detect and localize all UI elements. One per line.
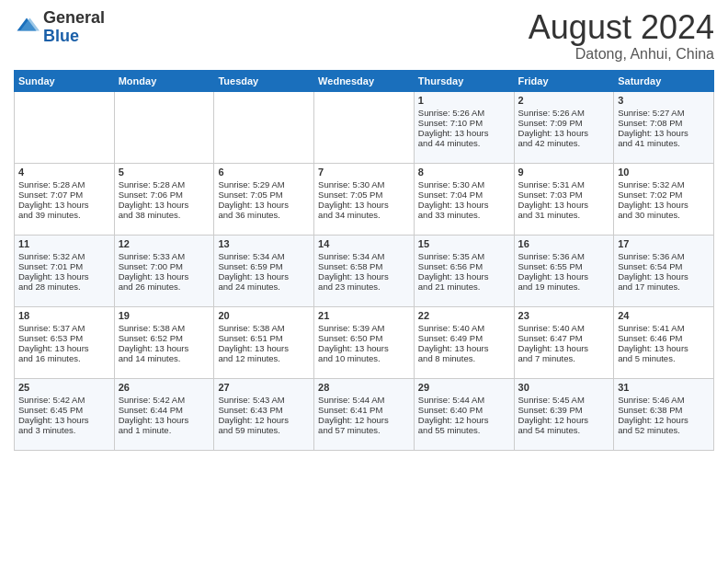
cell-2-4: 7Sunrise: 5:30 AMSunset: 7:05 PMDaylight… [314, 163, 415, 235]
logo-icon [14, 15, 40, 40]
cell-4-1: 18Sunrise: 5:37 AMSunset: 6:53 PMDayligh… [15, 306, 115, 378]
logo-blue-text: Blue [43, 28, 105, 46]
cell-content-line: Sunset: 7:06 PM [119, 190, 210, 200]
cell-content-line: and 17 minutes. [618, 282, 710, 292]
cell-2-7: 10Sunrise: 5:32 AMSunset: 7:02 PMDayligh… [614, 163, 714, 235]
cell-content-line: Daylight: 13 hours [218, 343, 310, 353]
cell-5-4: 28Sunrise: 5:44 AMSunset: 6:41 PMDayligh… [314, 378, 415, 450]
day-number: 4 [18, 167, 110, 178]
cell-5-1: 25Sunrise: 5:42 AMSunset: 6:45 PMDayligh… [15, 378, 115, 450]
week-row-2: 4Sunrise: 5:28 AMSunset: 7:07 PMDaylight… [15, 163, 714, 235]
cell-3-6: 16Sunrise: 5:36 AMSunset: 6:55 PMDayligh… [514, 235, 614, 306]
cell-content-line: Sunset: 7:05 PM [318, 190, 410, 200]
week-row-5: 25Sunrise: 5:42 AMSunset: 6:45 PMDayligh… [15, 378, 714, 450]
cell-content-line: Daylight: 13 hours [418, 128, 510, 138]
cell-content-line: Daylight: 13 hours [318, 200, 410, 210]
cell-content-line: and 54 minutes. [518, 425, 610, 435]
day-number: 11 [18, 238, 110, 249]
cell-content-line: Sunset: 6:56 PM [418, 261, 510, 271]
day-number: 25 [18, 382, 110, 393]
cell-content-line: Sunset: 7:05 PM [218, 190, 310, 200]
cell-content-line: Sunset: 6:47 PM [518, 333, 610, 343]
cell-content-line: Sunset: 7:10 PM [418, 118, 510, 128]
day-number: 24 [618, 310, 710, 321]
cell-content-line: Sunrise: 5:32 AM [618, 179, 710, 190]
cell-content-line: and 38 minutes. [119, 210, 210, 220]
cell-content-line: Sunset: 6:59 PM [218, 261, 310, 271]
cell-content-line: Daylight: 13 hours [618, 343, 710, 353]
cell-1-6: 2Sunrise: 5:26 AMSunset: 7:09 PMDaylight… [514, 91, 614, 163]
cell-1-7: 3Sunrise: 5:27 AMSunset: 7:08 PMDaylight… [614, 91, 714, 163]
cell-content-line: and 31 minutes. [518, 210, 610, 220]
cell-2-5: 8Sunrise: 5:30 AMSunset: 7:04 PMDaylight… [414, 163, 514, 235]
cell-content-line: and 30 minutes. [618, 210, 710, 220]
page-container: General Blue August 2024 Datong, Anhui, … [0, 0, 728, 460]
logo: General Blue [14, 9, 105, 46]
cell-content-line: Daylight: 12 hours [518, 415, 610, 425]
cell-content-line: and 3 minutes. [18, 425, 110, 435]
cell-content-line: Sunrise: 5:41 AM [618, 323, 710, 333]
day-number: 19 [119, 310, 210, 321]
cell-content-line: Sunrise: 5:40 AM [518, 323, 610, 333]
cell-content-line: Sunset: 7:02 PM [618, 190, 710, 200]
cell-content-line: and 41 minutes. [618, 138, 710, 148]
cell-content-line: Sunset: 6:46 PM [618, 333, 710, 343]
cell-content-line: and 39 minutes. [18, 210, 110, 220]
cell-content-line: Sunset: 7:00 PM [119, 261, 210, 271]
cell-content-line: Daylight: 13 hours [18, 415, 110, 425]
cell-content-line: and 42 minutes. [518, 138, 610, 148]
day-number: 2 [518, 95, 610, 106]
cell-content-line: Daylight: 13 hours [618, 200, 710, 210]
cell-content-line: Sunset: 6:45 PM [18, 405, 110, 415]
day-number: 17 [618, 238, 710, 249]
cell-content-line: Sunrise: 5:31 AM [518, 179, 610, 190]
day-number: 31 [618, 382, 710, 393]
cell-content-line: Sunset: 6:43 PM [218, 405, 310, 415]
cell-content-line: and 59 minutes. [218, 425, 310, 435]
cell-content-line: Sunrise: 5:36 AM [518, 251, 610, 261]
cell-1-2 [114, 91, 214, 163]
cell-content-line: Daylight: 13 hours [119, 200, 210, 210]
cell-4-7: 24Sunrise: 5:41 AMSunset: 6:46 PMDayligh… [614, 306, 714, 378]
day-number: 27 [218, 382, 310, 393]
cell-content-line: Sunrise: 5:28 AM [18, 179, 110, 190]
cell-content-line: Sunset: 6:58 PM [318, 261, 410, 271]
cell-5-5: 29Sunrise: 5:44 AMSunset: 6:40 PMDayligh… [414, 378, 514, 450]
location: Datong, Anhui, China [529, 46, 714, 63]
cell-5-3: 27Sunrise: 5:43 AMSunset: 6:43 PMDayligh… [214, 378, 314, 450]
header-row: Sunday Monday Tuesday Wednesday Thursday… [15, 70, 714, 91]
day-number: 26 [119, 382, 210, 393]
cell-3-7: 17Sunrise: 5:36 AMSunset: 6:54 PMDayligh… [614, 235, 714, 306]
calendar-table: Sunday Monday Tuesday Wednesday Thursday… [14, 70, 714, 451]
cell-2-1: 4Sunrise: 5:28 AMSunset: 7:07 PMDaylight… [15, 163, 115, 235]
col-friday: Friday [514, 70, 614, 91]
cell-content-line: Sunrise: 5:38 AM [119, 323, 210, 333]
cell-content-line: Sunset: 6:39 PM [518, 405, 610, 415]
cell-content-line: Sunset: 6:54 PM [618, 261, 710, 271]
cell-content-line: and 57 minutes. [318, 425, 410, 435]
day-number: 6 [218, 167, 310, 178]
cell-content-line: Daylight: 12 hours [618, 415, 710, 425]
cell-3-2: 12Sunrise: 5:33 AMSunset: 7:00 PMDayligh… [114, 235, 214, 306]
cell-content-line: Sunset: 7:04 PM [418, 190, 510, 200]
cell-4-3: 20Sunrise: 5:38 AMSunset: 6:51 PMDayligh… [214, 306, 314, 378]
day-number: 10 [618, 167, 710, 178]
cell-content-line: Daylight: 13 hours [518, 271, 610, 282]
day-number: 30 [518, 382, 610, 393]
cell-content-line: Sunset: 6:41 PM [318, 405, 410, 415]
cell-content-line: Sunrise: 5:36 AM [618, 251, 710, 261]
cell-content-line: and 14 minutes. [119, 353, 210, 363]
day-number: 20 [218, 310, 310, 321]
cell-content-line: and 12 minutes. [218, 353, 310, 363]
col-thursday: Thursday [414, 70, 514, 91]
cell-content-line: Sunset: 6:44 PM [119, 405, 210, 415]
cell-content-line: Sunrise: 5:43 AM [218, 395, 310, 405]
cell-content-line: Sunset: 6:49 PM [418, 333, 510, 343]
cell-content-line: and 55 minutes. [418, 425, 510, 435]
cell-5-2: 26Sunrise: 5:42 AMSunset: 6:44 PMDayligh… [114, 378, 214, 450]
cell-content-line: Sunrise: 5:39 AM [318, 323, 410, 333]
cell-content-line: Daylight: 13 hours [618, 271, 710, 282]
cell-5-7: 31Sunrise: 5:46 AMSunset: 6:38 PMDayligh… [614, 378, 714, 450]
cell-1-4 [314, 91, 415, 163]
cell-content-line: Sunset: 7:07 PM [18, 190, 110, 200]
